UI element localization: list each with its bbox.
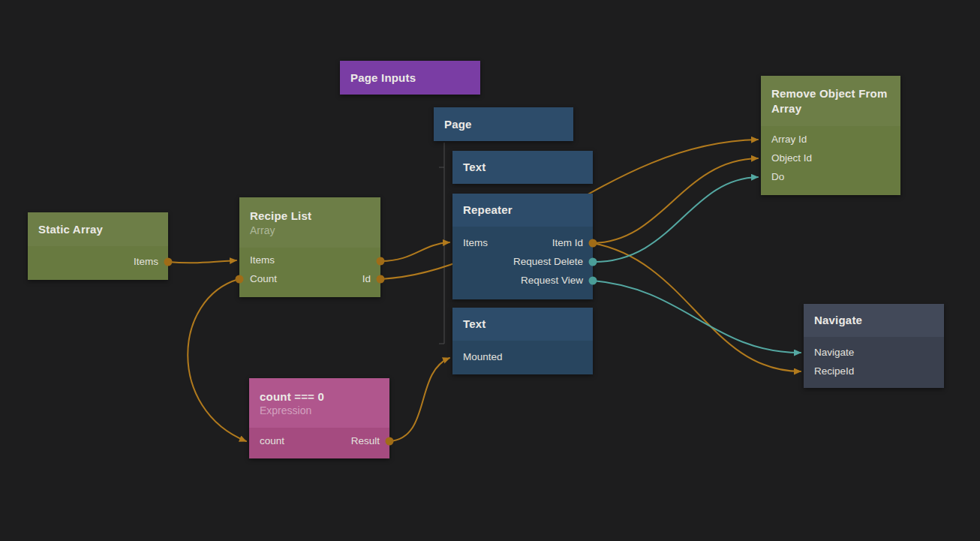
node-title: Page: [444, 117, 563, 131]
port-dot-recipe-list-id-out[interactable]: [377, 275, 385, 284]
repeater-node[interactable]: RepeaterItemsItem IdRequest DeleteReques…: [452, 194, 593, 299]
expression-node[interactable]: count === 0ExpressioncountResult: [249, 378, 389, 458]
navigate-header[interactable]: Navigate: [804, 304, 944, 337]
port-row: Do: [761, 170, 900, 185]
repeater-body: ItemsItem IdRequest DeleteRequest View: [452, 227, 593, 299]
port-dot-repeater-request-delete-out[interactable]: [589, 258, 597, 266]
node-title: count === 0: [260, 389, 379, 404]
remove-object-from-array-node[interactable]: Remove Object From ArrayArray IdObject I…: [761, 76, 900, 195]
input-port-object-id[interactable]: Object Id: [771, 151, 812, 166]
port-row: CountId: [239, 272, 380, 287]
output-port-id[interactable]: Id: [362, 272, 371, 287]
node-title: Navigate: [814, 313, 933, 327]
input-port-do[interactable]: Do: [771, 170, 784, 185]
input-port-recipeid[interactable]: RecipeId: [814, 364, 854, 379]
expression-body: countResult: [249, 428, 389, 458]
node-title: Text: [463, 160, 582, 174]
port-row: Navigate: [804, 345, 944, 360]
text-2-node[interactable]: TextMounted: [452, 308, 593, 374]
node-title: Repeater: [463, 203, 582, 217]
port-row: Mounted: [452, 350, 593, 365]
navigate-body: NavigateRecipeId: [804, 337, 944, 388]
port-row: Request View: [452, 273, 593, 288]
input-port-count[interactable]: Count: [250, 272, 277, 287]
port-row: Request Delete: [452, 254, 593, 269]
input-port-array-id[interactable]: Array Id: [771, 132, 807, 147]
port-row: Array Id: [761, 132, 900, 147]
static-array-body: Items: [28, 246, 168, 280]
static-array-node[interactable]: Static ArrayItems: [28, 212, 168, 280]
text-1-header[interactable]: Text: [452, 151, 593, 184]
remove-object-from-array-body: Array IdObject IdDo: [761, 126, 900, 195]
input-port-mounted[interactable]: Mounted: [463, 350, 503, 365]
port-dot-static-array-items-out[interactable]: [164, 258, 173, 266]
navigate-node[interactable]: NavigateNavigateRecipeId: [804, 304, 944, 388]
recipe-list-header[interactable]: Recipe ListArray: [239, 197, 380, 248]
node-title: Text: [463, 317, 582, 331]
output-port-item-id[interactable]: Item Id: [552, 236, 583, 251]
port-row: ItemsItem Id: [452, 236, 593, 251]
output-port-request-view[interactable]: Request View: [521, 273, 583, 288]
input-port-count[interactable]: count: [260, 434, 284, 449]
output-port-items[interactable]: Items: [134, 254, 158, 269]
nodes-layer: Page InputsPageTextRepeaterItemsItem IdR…: [0, 0, 980, 541]
node-title: Recipe List: [250, 209, 370, 223]
port-dot-recipe-list-count-out[interactable]: [236, 275, 244, 284]
node-graph-canvas[interactable]: Page InputsPageTextRepeaterItemsItem IdR…: [0, 0, 980, 541]
port-dot-recipe-list-items-out[interactable]: [377, 257, 385, 266]
page-inputs-node[interactable]: Page Inputs: [340, 61, 480, 95]
recipe-list-node[interactable]: Recipe ListArrayItemsCountId: [239, 197, 380, 297]
node-subtitle: Array: [250, 224, 370, 236]
node-subtitle: Expression: [260, 404, 379, 416]
port-row: Items: [28, 254, 168, 269]
text-2-header[interactable]: Text: [452, 308, 593, 341]
page-node[interactable]: Page: [434, 107, 573, 141]
node-title: Page Inputs: [350, 71, 470, 85]
port-dot-expression-result-out[interactable]: [386, 437, 394, 446]
expression-header[interactable]: count === 0Expression: [249, 378, 389, 428]
recipe-list-body: ItemsCountId: [239, 248, 380, 297]
node-title: Remove Object From Array: [771, 86, 890, 115]
input-port-items[interactable]: Items: [250, 253, 275, 268]
input-port-navigate[interactable]: Navigate: [814, 345, 854, 360]
port-dot-repeater-item-id-out[interactable]: [589, 239, 597, 248]
node-title: Static Array: [38, 222, 158, 236]
port-row: RecipeId: [804, 364, 944, 379]
text-2-body: Mounted: [452, 341, 593, 374]
text-1-node[interactable]: Text: [452, 151, 593, 184]
page-inputs-header[interactable]: Page Inputs: [340, 61, 480, 95]
port-row: Object Id: [761, 151, 900, 166]
static-array-header[interactable]: Static Array: [28, 212, 168, 246]
page-header[interactable]: Page: [434, 107, 573, 141]
input-port-items[interactable]: Items: [463, 236, 488, 251]
output-port-request-delete[interactable]: Request Delete: [513, 254, 583, 269]
remove-object-from-array-header[interactable]: Remove Object From Array: [761, 76, 900, 126]
port-dot-repeater-request-view-out[interactable]: [589, 277, 597, 285]
repeater-header[interactable]: Repeater: [452, 194, 593, 227]
output-port-result[interactable]: Result: [351, 434, 380, 449]
port-row: countResult: [249, 434, 389, 449]
port-row: Items: [239, 253, 380, 268]
